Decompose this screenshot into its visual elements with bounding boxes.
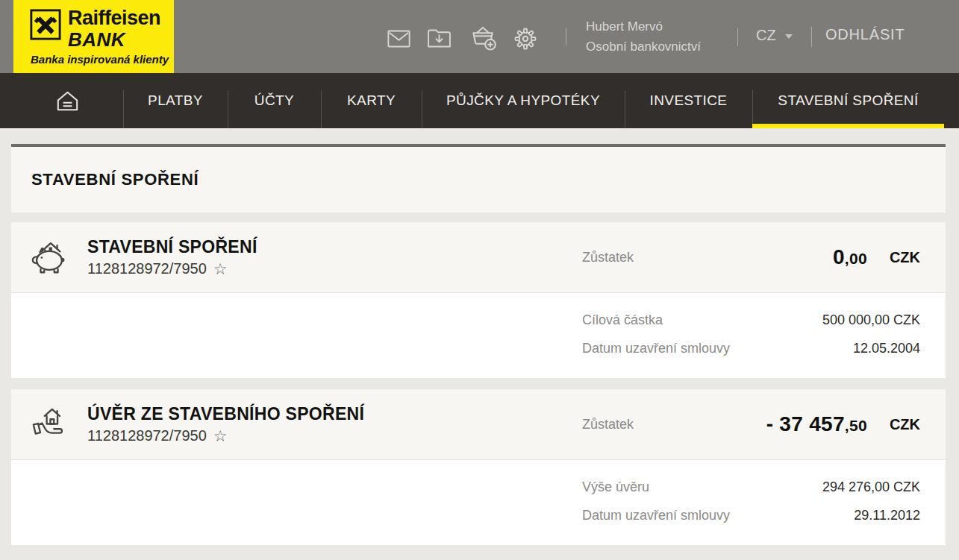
basket-add-icon[interactable] xyxy=(468,25,498,52)
detail-row: Cílová částka 500 000,00 CZK xyxy=(582,306,920,334)
documents-download-icon[interactable] xyxy=(427,29,452,48)
page-title: STAVEBNÍ SPOŘENÍ xyxy=(31,170,199,189)
nav-item-investice[interactable]: INVESTICE xyxy=(625,73,752,128)
nav-item-stavebni-sporeni[interactable]: STAVEBNÍ SPOŘENÍ xyxy=(752,73,944,128)
account-number-line: 1128128972/7950 ☆ xyxy=(87,260,257,277)
user-context: Osobní bankovnictví xyxy=(586,37,701,57)
user-name: Hubert Mervó xyxy=(586,16,701,37)
content-area: STAVEBNÍ SPOŘENÍ STAVEBNÍ SP xyxy=(0,128,959,545)
balance-block: Zůstatek 0,00 CZK xyxy=(582,245,920,269)
detail-label: Cílová částka xyxy=(582,312,663,328)
detail-row: Datum uzavření smlouvy 29.11.2012 xyxy=(582,501,920,529)
gable-cross-icon xyxy=(29,8,62,41)
detail-value: 294 276,00 CZK xyxy=(822,479,920,495)
account-identity: STAVEBNÍ SPOŘENÍ 1128128972/7950 ☆ xyxy=(87,237,257,277)
balance-label: Zůstatek xyxy=(582,417,634,432)
brand-wordmark: Raiffeisen BANK xyxy=(68,8,160,49)
language-code: CZ xyxy=(756,27,776,44)
logout-button[interactable]: ODHLÁSIT xyxy=(825,26,905,43)
account-card-header: ÚVĚR ZE STAVEBNÍHO SPOŘENÍ 1128128972/79… xyxy=(11,389,946,460)
balance-block: Zůstatek - 37 457,50 CZK xyxy=(582,412,920,436)
detail-label: Datum uzavření smlouvy xyxy=(582,341,730,356)
bank-logo[interactable]: Raiffeisen BANK Banka inspirovaná klient… xyxy=(13,0,174,73)
favorite-star-icon[interactable]: ☆ xyxy=(213,428,228,444)
account-card-uver-ze-stavebniho-sporeni: ÚVĚR ZE STAVEBNÍHO SPOŘENÍ 1128128972/79… xyxy=(11,389,946,545)
account-number: 1128128972/7950 xyxy=(87,260,207,277)
mail-icon[interactable] xyxy=(387,30,410,48)
account-number-line: 1128128972/7950 ☆ xyxy=(87,427,364,444)
balance-amount: - 37 457,50 xyxy=(766,412,867,436)
favorite-star-icon[interactable]: ☆ xyxy=(213,261,228,277)
account-card-stavebni-sporeni: STAVEBNÍ SPOŘENÍ 1128128972/7950 ☆ Zůsta… xyxy=(11,222,946,378)
nav-item-ucty[interactable]: ÚČTY xyxy=(228,73,321,128)
account-card-header: STAVEBNÍ SPOŘENÍ 1128128972/7950 ☆ Zůsta… xyxy=(11,222,946,293)
detail-row: Výše úvěru 294 276,00 CZK xyxy=(582,473,920,501)
account-title-link[interactable]: STAVEBNÍ SPOŘENÍ xyxy=(87,237,257,257)
balance-currency: CZK xyxy=(890,249,920,266)
balance-currency: CZK xyxy=(890,416,920,433)
detail-label: Datum uzavření smlouvy xyxy=(582,508,730,523)
hand-house-icon xyxy=(30,405,69,444)
logo-tagline: Banka inspirovaná klienty xyxy=(31,53,174,66)
header-divider xyxy=(566,28,566,45)
nav-item-pujcky-a-hypoteky[interactable]: PŮJČKY A HYPOTÉKY xyxy=(422,73,625,128)
page-title-card: STAVEBNÍ SPOŘENÍ xyxy=(11,144,946,213)
main-navigation: PLATBY ÚČTY KARTY PŮJČKY A HYPOTÉKY INVE… xyxy=(0,73,959,128)
nav-item-karty[interactable]: KARTY xyxy=(321,73,422,128)
account-details: Výše úvěru 294 276,00 CZK Datum uzavření… xyxy=(11,460,946,545)
balance-label: Zůstatek xyxy=(582,250,634,265)
header-divider xyxy=(811,27,812,47)
user-profile[interactable]: Hubert Mervó Osobní bankovnictví xyxy=(586,16,701,57)
header-icon-group xyxy=(387,25,537,52)
account-details: Cílová částka 500 000,00 CZK Datum uzavř… xyxy=(11,293,946,378)
piggy-bank-house-icon xyxy=(30,238,69,277)
account-number: 1128128972/7950 xyxy=(87,427,207,444)
nav-item-platby[interactable]: PLATBY xyxy=(123,73,228,128)
account-identity: ÚVĚR ZE STAVEBNÍHO SPOŘENÍ 1128128972/79… xyxy=(87,404,364,444)
detail-value: 500 000,00 CZK xyxy=(822,312,920,328)
account-title-link[interactable]: ÚVĚR ZE STAVEBNÍHO SPOŘENÍ xyxy=(87,404,364,424)
detail-value: 12.05.2004 xyxy=(853,341,920,356)
chevron-down-icon xyxy=(785,34,793,39)
settings-icon[interactable] xyxy=(514,28,537,50)
top-header: Raiffeisen BANK Banka inspirovaná klient… xyxy=(0,0,959,73)
nav-item-home[interactable] xyxy=(11,73,123,128)
header-divider xyxy=(737,28,738,46)
detail-row: Datum uzavření smlouvy 12.05.2004 xyxy=(582,334,920,362)
detail-value: 29.11.2012 xyxy=(854,508,920,523)
language-selector[interactable]: CZ xyxy=(756,27,793,44)
home-icon xyxy=(56,90,79,112)
balance-amount: 0,00 xyxy=(833,245,867,269)
detail-label: Výše úvěru xyxy=(582,479,649,495)
